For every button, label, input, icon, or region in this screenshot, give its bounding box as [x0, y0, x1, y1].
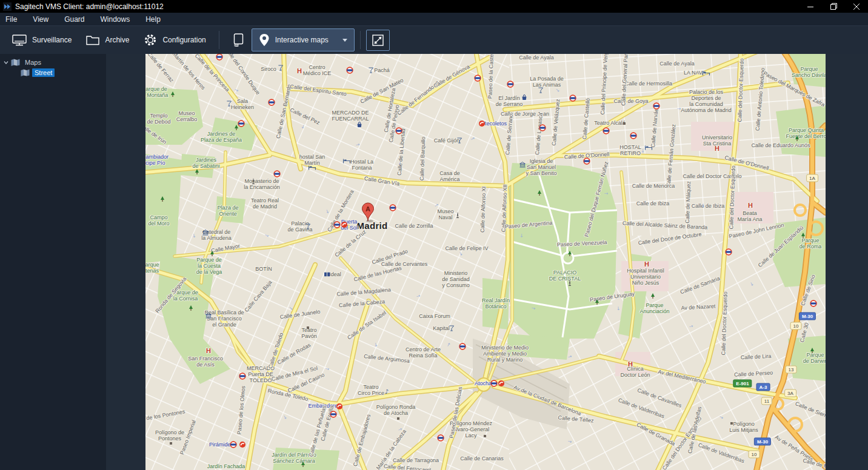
- map-label: Paseo de Venezuela: [557, 239, 607, 248]
- oneway-arrow-icon: →: [689, 323, 694, 329]
- map-label: Museo Naval: [437, 208, 453, 220]
- map-label: Calle de O'Donnell: [724, 154, 770, 171]
- map-label: Calle de Cavanilles: [636, 387, 683, 409]
- configuration-label: Configuration: [162, 36, 205, 44]
- map-label: Calle del Doctor Esquerdo: [720, 291, 729, 355]
- map-label: Calle de Zorrilla: [395, 223, 433, 229]
- map-label: Catedral de la Almudena: [201, 229, 232, 241]
- menu-windows[interactable]: Windows: [93, 15, 138, 24]
- minimize-button[interactable]: [799, 0, 822, 13]
- surveillance-label: Surveillance: [32, 36, 72, 44]
- oneway-arrow-icon: →: [677, 106, 681, 111]
- menu-help[interactable]: Help: [138, 15, 169, 24]
- restore-button[interactable]: [822, 0, 845, 13]
- map-label: Calle de la Cabeza: [339, 299, 386, 309]
- oneway-arrow-icon: →: [457, 251, 464, 257]
- folder-icon: [86, 35, 99, 45]
- map-label: Pirámides: [209, 442, 233, 448]
- map-label: Palacio de Gaviria: [287, 220, 312, 233]
- map-label: Calle Mayor: [210, 243, 240, 254]
- oneway-arrow-icon: →: [718, 414, 724, 420]
- close-icon: [853, 4, 860, 10]
- map-label: Templo de Debod: [147, 113, 170, 125]
- app-icon: [3, 2, 12, 11]
- map-label: Caixa Forum: [419, 313, 450, 319]
- screen-layouts-button[interactable]: [225, 28, 252, 51]
- map-label: Sta. María de la Cabeza: [369, 428, 407, 470]
- tree-icon: [795, 136, 800, 142]
- tree-node-maps[interactable]: Maps: [0, 57, 106, 67]
- map-label: Av de la Ciudad de Barcelona: [513, 384, 582, 417]
- oneway-arrow-icon: →: [233, 87, 239, 94]
- archive-button[interactable]: Archive: [79, 30, 136, 50]
- map-label: Calle del Doce de Octubre: [638, 231, 702, 247]
- metro-icon: [437, 434, 444, 442]
- oneway-arrow-icon: →: [416, 293, 421, 299]
- music-icon: ♪: [385, 391, 389, 392]
- map-label: Calle de Téllez: [558, 414, 594, 423]
- road-shield: 3A: [784, 389, 796, 397]
- map-label: Parque de Roma: [800, 237, 822, 250]
- oneway-arrow-icon: →: [519, 234, 524, 238]
- map-label: Calle de la Princesa: [193, 54, 230, 93]
- map-label: Casa de América: [439, 170, 460, 182]
- map-label: Kapital: [433, 325, 450, 331]
- configuration-button[interactable]: Configuration: [136, 28, 213, 51]
- interactive-maps-button[interactable]: Interactive maps: [252, 28, 355, 51]
- map-label: Calle de Sirio: [800, 274, 816, 306]
- marker-a[interactable]: A: [361, 202, 375, 223]
- oneway-arrow-icon: →: [567, 439, 573, 445]
- cerc-icon: [479, 121, 486, 127]
- menu-file[interactable]: File: [0, 15, 25, 24]
- road-shield: M-30: [799, 313, 816, 320]
- map-label: Parque Quinta Fuente del Berro: [786, 127, 826, 139]
- road-shield: 10: [790, 322, 802, 330]
- tree-icon: [210, 251, 215, 257]
- map-label: Paseo de las Delicias: [449, 386, 464, 439]
- map-canvas[interactable]: MadridPuerta del SolRecoletosAtochaEmbaj…: [145, 54, 826, 470]
- bar-icon: [227, 101, 232, 107]
- map-label: Centro Médico ICE: [303, 64, 332, 76]
- menu-view[interactable]: View: [25, 15, 56, 24]
- interactive-maps-label: Interactive maps: [275, 36, 329, 44]
- map-label: Av del Mediterráneo: [658, 369, 707, 385]
- obelisk-icon: [252, 178, 255, 185]
- metro-icon: [389, 204, 396, 211]
- map-label: hostal San Martín: [299, 154, 326, 166]
- map-label: Calle de Fernando VI: [396, 80, 440, 116]
- tree-icon: [537, 190, 542, 196]
- fit-screen-button[interactable]: [366, 30, 390, 51]
- surveillance-button[interactable]: Surveillance: [5, 30, 79, 51]
- map-label: Calle de Alfonso XI: [479, 187, 487, 233]
- map-label: Pachá: [374, 67, 390, 73]
- map-label: Calle de Felipe IV: [445, 245, 488, 251]
- map-label: Paseo de Uruguay: [589, 291, 635, 303]
- close-button[interactable]: [845, 0, 868, 13]
- map-label: Ronda de Toledo: [267, 388, 309, 402]
- metro-icon: [539, 124, 546, 131]
- map-label: Calle 30: [799, 322, 810, 343]
- map-pin-icon: [259, 33, 270, 47]
- bag-icon: [522, 94, 527, 101]
- map-label: Ideal: [329, 271, 341, 277]
- tree-node-street[interactable]: Street: [0, 67, 106, 78]
- oneway-arrow-icon: →: [470, 135, 476, 142]
- bed-icon: [645, 145, 653, 151]
- chevron-expanded-icon: [4, 60, 8, 65]
- road-shield: 11: [761, 397, 772, 405]
- map-label: Calle de las Huertas: [353, 265, 402, 282]
- menu-guard[interactable]: Guard: [56, 15, 92, 24]
- map-label: El Jardín de Serrano: [496, 95, 523, 107]
- bar-icon: [305, 223, 311, 230]
- map-label: Centro de Arte Reina Sofía: [406, 346, 441, 359]
- map-label: PALACIO DE CRISTAL: [549, 270, 581, 282]
- oneway-arrow-icon: →: [324, 208, 331, 214]
- tree-icon: [170, 91, 175, 98]
- bar-icon: [457, 137, 462, 144]
- dot-icon: [170, 442, 172, 445]
- oneway-arrow-icon: →: [700, 203, 706, 207]
- menu-bar: File View Guard Windows Help: [0, 13, 868, 25]
- map-label: Calle de Ayala: [519, 55, 553, 61]
- oneway-arrow-icon: →: [287, 305, 294, 311]
- map-label: Calle de O'Donnell: [564, 151, 609, 160]
